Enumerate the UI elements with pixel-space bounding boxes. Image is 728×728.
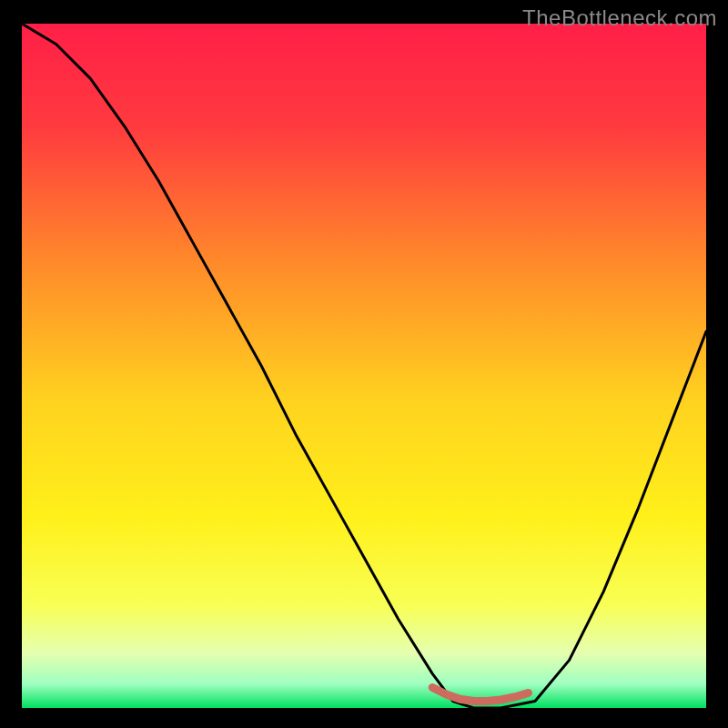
bottleneck-plot bbox=[22, 24, 706, 708]
watermark-text: TheBottleneck.com bbox=[522, 5, 717, 31]
chart-frame: TheBottleneck.com bbox=[0, 0, 728, 728]
